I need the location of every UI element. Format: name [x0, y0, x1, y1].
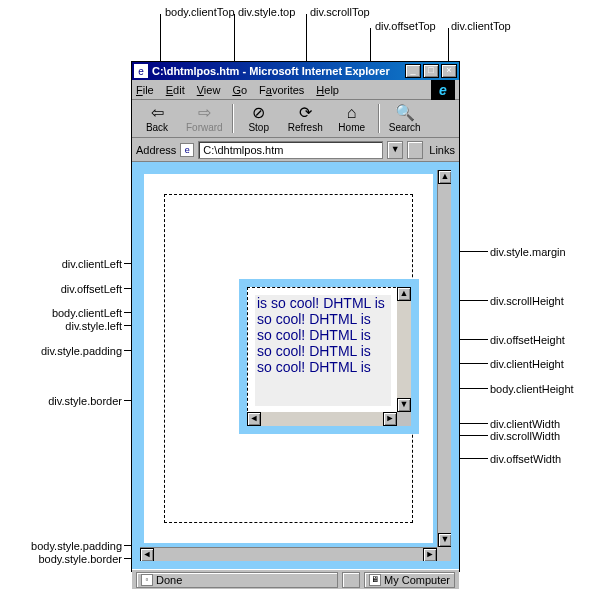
refresh-label: Refresh: [288, 122, 323, 133]
status-text: Done: [156, 574, 182, 586]
titlebar[interactable]: e C:\dhtmlpos.htm - Microsoft Internet E…: [132, 62, 459, 80]
ie-window: e C:\dhtmlpos.htm - Microsoft Internet E…: [131, 61, 460, 572]
refresh-icon: ⟳: [299, 104, 312, 122]
stop-button[interactable]: ⊘ Stop: [236, 102, 282, 135]
ann-body-clientheight: body.clientHeight: [490, 383, 574, 395]
scroll-left-button[interactable]: ◄: [140, 548, 154, 562]
forward-label: Forward: [186, 122, 223, 133]
menubar: File Edit View Go Favorites Help e: [132, 80, 459, 100]
ann-div-scrolltop: div.scrollTop: [310, 6, 370, 18]
status-bar: ▫ Done 🖥 My Computer: [132, 569, 459, 589]
ann-div-offsetheight: div.offsetHeight: [490, 334, 565, 346]
ann-div-style-border: div.style.border: [28, 395, 122, 407]
menu-edit[interactable]: Edit: [166, 84, 185, 96]
refresh-button[interactable]: ⟳ Refresh: [282, 102, 329, 135]
ann-body-clienttop: body.clientTop: [165, 6, 235, 18]
body-area: is so cool! DHTML is so cool! DHTML is s…: [144, 174, 433, 543]
scroll-right-button[interactable]: ►: [383, 412, 397, 426]
scroll-up-button[interactable]: ▲: [397, 287, 411, 301]
ann-div-style-top: div.style.top: [238, 6, 295, 18]
div-content-text: is so cool! DHTML is so cool! DHTML is s…: [255, 295, 391, 406]
ann-div-style-left: div.style.left: [48, 320, 122, 332]
div-horizontal-scrollbar[interactable]: ◄ ►: [247, 412, 397, 426]
address-label: Address: [136, 144, 176, 156]
back-label: Back: [146, 122, 168, 133]
home-button[interactable]: ⌂ Home: [329, 102, 375, 135]
ann-div-offsetwidth: div.offsetWidth: [490, 453, 561, 465]
links-separator: [407, 141, 423, 159]
forward-button[interactable]: ⇨ Forward: [180, 102, 229, 135]
ie-app-icon: e: [134, 64, 148, 78]
search-button[interactable]: 🔍 Search: [382, 102, 428, 135]
toolbar-separator: [232, 104, 233, 133]
address-dropdown-button[interactable]: ▼: [387, 141, 403, 159]
status-cell: ▫ Done: [136, 572, 338, 588]
ann-body-style-border: body.style.border: [3, 553, 122, 565]
ann-div-clientheight: div.clientHeight: [490, 358, 564, 370]
menu-go[interactable]: Go: [232, 84, 247, 96]
menu-help[interactable]: Help: [316, 84, 339, 96]
minimize-button[interactable]: _: [405, 64, 421, 78]
ann-div-clienttop: div.clientTop: [451, 20, 511, 32]
ann-div-offsetleft: div.offsetLeft: [38, 283, 122, 295]
page-scroll-corner: [437, 547, 451, 561]
menu-file[interactable]: File: [136, 84, 154, 96]
address-bar: Address e C:\dhtmlpos.htm ▼ Links: [132, 138, 459, 162]
ann-div-style-padding: div.style.padding: [18, 345, 122, 357]
ann-div-scrollheight: div.scrollHeight: [490, 295, 564, 307]
scroll-down-button[interactable]: ▼: [438, 533, 452, 547]
home-label: Home: [338, 122, 365, 133]
back-button[interactable]: ⇦ Back: [134, 102, 180, 135]
scroll-up-button[interactable]: ▲: [438, 170, 452, 184]
scroll-down-button[interactable]: ▼: [397, 398, 411, 412]
ann-body-clientleft: body.clientLeft: [28, 307, 122, 319]
home-icon: ⌂: [347, 104, 357, 122]
div-scroll-corner: [397, 412, 411, 426]
search-label: Search: [389, 122, 421, 133]
ie-logo-icon: e: [431, 80, 455, 100]
menu-view[interactable]: View: [197, 84, 221, 96]
ann-div-clientwidth: div.clientWidth: [490, 418, 560, 430]
maximize-button[interactable]: □: [423, 64, 439, 78]
ann-div-scrollwidth: div.scrollWidth: [490, 430, 560, 442]
ann-div-offsettop: div.offsetTop: [375, 20, 436, 32]
document-icon: e: [180, 143, 194, 157]
zone-cell: 🖥 My Computer: [364, 572, 455, 588]
toolbar-separator: [378, 104, 379, 133]
menu-favorites[interactable]: Favorites: [259, 84, 304, 96]
stop-icon: ⊘: [252, 104, 265, 122]
document-icon: ▫: [141, 574, 153, 586]
zone-text: My Computer: [384, 574, 450, 586]
window-title: C:\dhtmlpos.htm - Microsoft Internet Exp…: [152, 65, 405, 77]
page-vertical-scrollbar[interactable]: ▲ ▼: [437, 170, 451, 547]
back-icon: ⇦: [151, 104, 164, 122]
search-icon: 🔍: [395, 104, 415, 122]
scroll-left-button[interactable]: ◄: [247, 412, 261, 426]
links-label[interactable]: Links: [429, 144, 455, 156]
demo-div: is so cool! DHTML is so cool! DHTML is s…: [239, 279, 419, 434]
stop-label: Stop: [248, 122, 269, 133]
ann-div-clientleft: div.clientLeft: [38, 258, 122, 270]
status-spacer: [342, 572, 360, 588]
toolbar: ⇦ Back ⇨ Forward ⊘ Stop ⟳ Refresh ⌂ Home…: [132, 100, 459, 138]
forward-icon: ⇨: [198, 104, 211, 122]
scroll-right-button[interactable]: ►: [423, 548, 437, 562]
page-horizontal-scrollbar[interactable]: ◄ ►: [140, 547, 437, 561]
page-viewport: is so cool! DHTML is so cool! DHTML is s…: [132, 162, 459, 569]
address-input[interactable]: C:\dhtmlpos.htm: [198, 141, 383, 159]
close-button[interactable]: ×: [441, 64, 457, 78]
computer-icon: 🖥: [369, 574, 381, 586]
ann-body-style-padding: body.style.padding: [3, 540, 122, 552]
div-vertical-scrollbar[interactable]: ▲ ▼: [397, 287, 411, 412]
ann-div-style-margin: div.style.margin: [490, 246, 566, 258]
